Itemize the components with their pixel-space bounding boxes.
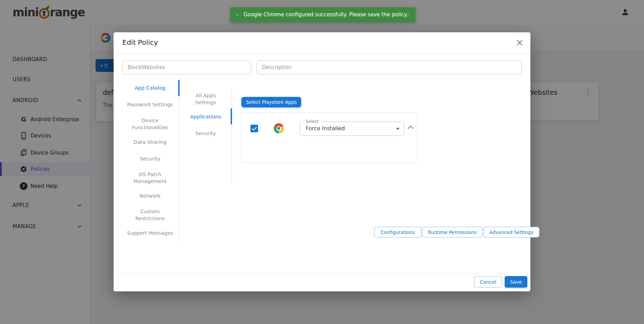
cancel-button[interactable]: Cancel <box>474 276 502 288</box>
success-toast: Google Chrome configured successfully. P… <box>230 7 415 22</box>
subtab-all-apps-settings[interactable]: All Apps Settings <box>181 92 230 106</box>
configurations-button[interactable]: Configurations <box>374 227 421 238</box>
screen: minirange DASHBOARD USERS ANDROID Androi… <box>0 0 644 324</box>
tab-os-patch-management[interactable]: OS Patch Management <box>121 171 180 185</box>
chrome-app-icon <box>274 123 284 133</box>
policy-name-input[interactable] <box>122 60 251 74</box>
select-playstore-apps-button[interactable]: Select Playstore Apps <box>241 97 301 107</box>
subnav-divider <box>232 88 232 185</box>
subtab-applications[interactable]: Applications <box>181 113 230 120</box>
policy-description-input[interactable] <box>257 60 522 74</box>
tab-password-settings[interactable]: Password Settings <box>121 101 180 108</box>
modal-footer-divider <box>114 273 530 274</box>
select-field-value: Force Installed <box>306 125 345 132</box>
subnav-active-indicator <box>231 108 232 124</box>
install-type-select[interactable]: Select Force Installed <box>300 122 404 136</box>
tab-network[interactable]: Network <box>121 192 180 199</box>
tab-data-sharing[interactable]: Data Sharing <box>121 139 180 146</box>
modal-title: Edit Policy <box>122 38 158 47</box>
select-field-label: Select <box>304 119 320 124</box>
tab-app-catalog[interactable]: App Catalog <box>121 84 180 91</box>
advanced-settings-button[interactable]: Advanced Settings <box>483 227 539 238</box>
check-circle-icon <box>236 11 239 19</box>
tab-support-messages[interactable]: Support Messages <box>121 230 180 236</box>
modal-header-divider <box>114 54 530 54</box>
tab-device-functionalities[interactable]: Device Functionalities <box>121 117 180 131</box>
dropdown-arrow-icon <box>396 128 399 130</box>
app-selected-checkbox[interactable] <box>250 125 258 132</box>
save-button[interactable]: Save <box>505 276 527 288</box>
collapse-chevron-up-icon[interactable] <box>407 125 414 129</box>
subtab-security[interactable]: Security <box>181 130 230 137</box>
toast-close-icon[interactable] <box>408 12 410 17</box>
tab-custom-restrictions[interactable]: Custom Restrictions <box>121 208 180 222</box>
toast-message: Google Chrome configured successfully. P… <box>243 11 408 18</box>
tab-security[interactable]: Security <box>121 155 180 162</box>
edit-policy-modal: Edit Policy App Catalog Password Setting… <box>114 32 530 291</box>
app-config-card: Select Force Installed Configurations Ru… <box>241 112 418 163</box>
modal-close-icon[interactable] <box>516 39 523 47</box>
runtime-permissions-button[interactable]: Runtime Permissions <box>422 227 482 238</box>
